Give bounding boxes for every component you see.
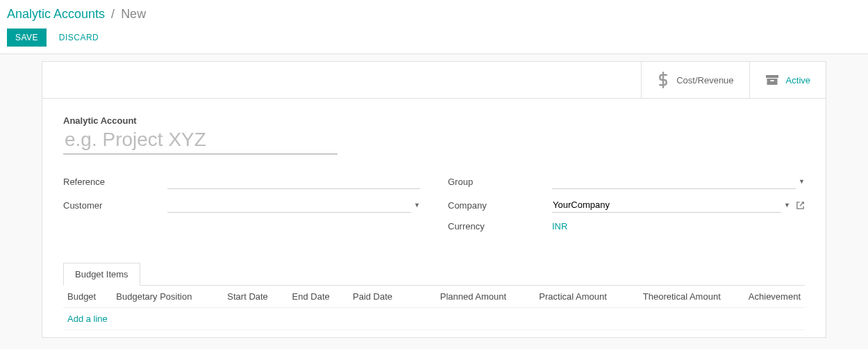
col-theoretical-amount: Theoretical Amount [611,286,725,308]
breadcrumb: Analytic Accounts / New [7,7,861,22]
analytic-account-label: Analytic Account [63,115,805,126]
company-input[interactable] [552,197,781,213]
analytic-account-name-input[interactable] [63,126,337,154]
reference-input[interactable] [167,174,420,189]
form-sheet: Cost/Revenue Active Analytic Account [42,61,826,338]
cost-revenue-button[interactable]: Cost/Revenue [641,62,749,98]
svg-rect-1 [767,79,777,85]
chevron-down-icon[interactable]: ▼ [784,202,790,209]
reference-label: Reference [63,177,167,187]
col-practical-amount: Practical Amount [510,286,611,308]
group-input[interactable] [552,174,796,189]
table-row: Add a line [63,308,805,330]
save-button[interactable]: SAVE [7,29,47,47]
dollar-icon [657,72,669,88]
chevron-down-icon[interactable]: ▼ [414,202,420,209]
archive-icon [765,74,779,86]
currency-value[interactable]: INR [552,221,567,232]
breadcrumb-parent-link[interactable]: Analytic Accounts [7,7,105,21]
svg-rect-0 [766,75,778,78]
group-label: Group [448,177,552,187]
add-line-button[interactable]: Add a line [67,314,108,324]
currency-label: Currency [448,221,552,232]
stat-button-bar: Cost/Revenue Active [42,62,826,99]
col-start-date: Start Date [223,286,287,308]
col-achievement: Achievement [725,286,805,308]
breadcrumb-current: New [121,7,146,21]
active-button[interactable]: Active [749,62,826,98]
budget-items-table: Budget Budgetary Position Start Date End… [63,286,805,330]
col-planned-amount: Planned Amount [412,286,510,308]
customer-input[interactable] [167,197,411,213]
company-label: Company [448,200,552,211]
customer-label: Customer [63,200,167,211]
col-paid-date: Paid Date [349,286,412,308]
table-header-row: Budget Budgetary Position Start Date End… [63,286,805,308]
external-link-icon[interactable] [796,201,805,210]
discard-button[interactable]: DISCARD [59,33,99,42]
tab-budget-items[interactable]: Budget Items [63,263,140,286]
col-budget: Budget [63,286,112,308]
svg-rect-2 [770,80,774,81]
cost-revenue-label: Cost/Revenue [676,75,733,86]
chevron-down-icon[interactable]: ▼ [799,178,805,185]
col-budgetary-position: Budgetary Position [112,286,223,308]
action-bar: SAVE DISCARD [7,29,861,54]
breadcrumb-separator: / [111,7,115,21]
active-label: Active [786,75,810,86]
col-end-date: End Date [288,286,349,308]
